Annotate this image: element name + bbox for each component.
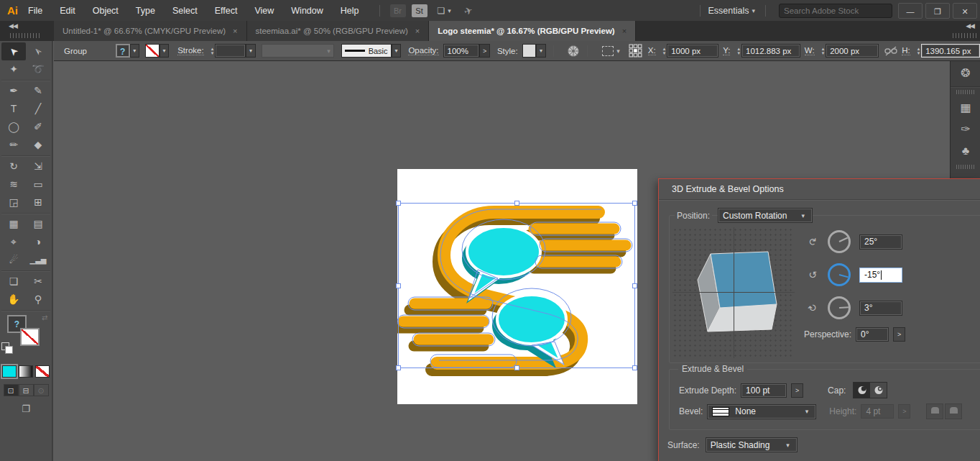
zoom-tool[interactable]: ⚲ [26, 291, 50, 309]
brush-definition-dropdown[interactable]: Basic [341, 44, 392, 58]
gradient-button[interactable] [19, 365, 33, 378]
stroke-weight-label[interactable]: Stroke: [177, 46, 203, 55]
position-dropdown[interactable]: Custom Rotation ▾ [718, 208, 813, 223]
symbols-panel-icon[interactable]: ♣ [951, 140, 980, 162]
eyedropper-tool[interactable]: ⌖ [1, 233, 26, 251]
opacity-arrow-button[interactable]: > [479, 44, 490, 58]
rotate-tool[interactable]: ↻ [1, 158, 26, 175]
free-transform-tool[interactable]: ▭ [26, 175, 50, 193]
cap-off-button[interactable] [870, 383, 887, 398]
gradient-tool[interactable]: ▤ [26, 215, 50, 233]
menu-object[interactable]: Object [93, 6, 119, 16]
w-stepper[interactable]: ▴▾ [822, 47, 825, 55]
ellipse-tool[interactable]: ◯ [1, 118, 26, 136]
rotate-x-field[interactable]: 25° [859, 234, 902, 250]
rotate-x-dial[interactable] [828, 230, 851, 253]
document-tab-3[interactable]: Logo steemia* @ 16.67% (RGB/GPU Preview)… [429, 21, 636, 41]
w-label[interactable]: W: [805, 46, 815, 55]
menu-type[interactable]: Type [136, 6, 155, 16]
gpu-performance-icon[interactable]: ✈ [462, 4, 473, 17]
selection-tool[interactable]: ➤ [1, 42, 26, 60]
w-field[interactable]: 2000 px [826, 44, 879, 58]
toolbar-gripper[interactable] [10, 33, 42, 38]
chevron-down-icon[interactable]: ▾ [160, 44, 170, 58]
shape-builder-tool[interactable]: ◲ [1, 193, 26, 211]
type-tool[interactable]: T [1, 100, 26, 118]
stroke-color-swatch[interactable] [145, 44, 159, 58]
toolbar-collapse-icon[interactable]: ◀◀ [9, 22, 17, 29]
chevron-down-icon[interactable]: ▾ [392, 44, 402, 58]
lasso-tool[interactable]: ➰ [26, 60, 50, 78]
stroke-proxy[interactable] [20, 328, 40, 346]
h-field[interactable]: 1390.165 px [921, 44, 980, 58]
scale-tool[interactable]: ⇲ [26, 158, 50, 175]
x-field[interactable]: 1000 px [667, 44, 718, 58]
magic-wand-tool[interactable]: ✦ [1, 60, 26, 78]
tab-close-icon[interactable]: × [622, 27, 627, 35]
isolate-selection-icon[interactable] [602, 46, 614, 56]
link-width-height-icon[interactable] [884, 46, 897, 56]
recolor-artwork-icon[interactable] [567, 45, 580, 58]
draw-behind-mode[interactable]: ⊟ [19, 384, 34, 396]
fill-color-swatch[interactable]: ? [116, 44, 130, 58]
cap-on-button[interactable] [854, 383, 870, 398]
adobe-stock-search[interactable] [779, 4, 892, 18]
reference-point-locator-icon[interactable] [629, 44, 642, 58]
menu-edit[interactable]: Edit [60, 6, 75, 16]
dock-gripper[interactable] [956, 165, 975, 169]
rotate-y-field[interactable]: -15° [859, 268, 902, 283]
chevron-down-icon[interactable]: ▾ [130, 44, 140, 58]
graphic-style-swatch[interactable] [522, 44, 536, 58]
curvature-tool[interactable]: ✎ [26, 82, 50, 100]
h-label[interactable]: H: [902, 46, 910, 55]
menu-select[interactable]: Select [172, 6, 198, 16]
minimize-button[interactable]: — [898, 3, 923, 19]
y-field[interactable]: 1012.883 px [741, 44, 800, 58]
blend-tool[interactable]: ◑ [26, 233, 50, 251]
bridge-button[interactable]: Br [390, 4, 406, 17]
bevel-dropdown[interactable]: None ▾ [707, 404, 816, 419]
column-graph-tool[interactable]: ▁▃▅ [26, 251, 50, 269]
stock-button[interactable]: St [412, 4, 427, 17]
recolor-artwork-panel-icon[interactable]: ❂ [951, 63, 980, 84]
width-tool[interactable]: ≋ [1, 175, 26, 193]
document-tab-1[interactable]: Untitled-1* @ 66.67% (CMYK/GPU Preview)× [54, 21, 247, 41]
chevron-down-icon[interactable]: ▾ [448, 7, 451, 14]
surface-dropdown[interactable]: Plastic Shading ▾ [706, 437, 798, 452]
perspective-field[interactable]: 0° [856, 327, 889, 342]
swatches-panel-icon[interactable]: ▦ [951, 97, 980, 119]
stroke-weight-field[interactable] [215, 44, 246, 58]
shaper-tool[interactable]: ✏ [1, 136, 26, 154]
color-button[interactable] [2, 365, 17, 378]
extrude-depth-arrow-button[interactable]: > [791, 383, 803, 398]
document-tab-2[interactable]: steemiaa.ai* @ 50% (RGB/GPU Preview)× [247, 21, 430, 41]
dock-gripper[interactable] [953, 33, 979, 38]
draw-normal-mode[interactable]: ⊡ [4, 384, 19, 396]
hand-tool[interactable]: ✋ [1, 291, 26, 309]
x-stepper[interactable]: ▴▾ [663, 47, 666, 55]
rotate-y-dial[interactable] [828, 263, 851, 286]
menu-help[interactable]: Help [341, 6, 359, 16]
opacity-label[interactable]: Opacity: [408, 46, 438, 55]
mesh-tool[interactable]: ▦ [1, 215, 26, 233]
workspace-switcher-icon[interactable]: ❏ [438, 6, 445, 16]
pen-tool[interactable]: ✒ [1, 82, 26, 100]
default-fill-stroke-icon[interactable] [1, 342, 9, 350]
slice-tool[interactable]: ✂ [26, 273, 50, 291]
h-stepper[interactable]: ▴▾ [917, 47, 920, 55]
x-label[interactable]: X: [648, 46, 656, 55]
rotate-z-field[interactable]: 3° [859, 301, 902, 316]
none-button[interactable] [35, 365, 50, 378]
app-logo[interactable]: Ai [7, 4, 18, 17]
search-input[interactable] [784, 6, 895, 15]
chevron-down-icon[interactable]: ▾ [536, 44, 546, 58]
steemia-logo-artwork[interactable] [397, 169, 637, 404]
menu-effect[interactable]: Effect [215, 6, 238, 16]
swap-fill-stroke-icon[interactable]: ⇄ [42, 314, 47, 321]
eraser-tool[interactable]: ◆ [26, 136, 50, 154]
chevron-down-icon[interactable]: ▾ [752, 7, 755, 14]
paintbrush-tool[interactable]: ✐ [26, 118, 50, 136]
y-label[interactable]: Y: [723, 46, 730, 55]
chevron-down-icon[interactable]: ▾ [246, 44, 256, 58]
artboard-tool[interactable]: ❏ [1, 273, 26, 291]
